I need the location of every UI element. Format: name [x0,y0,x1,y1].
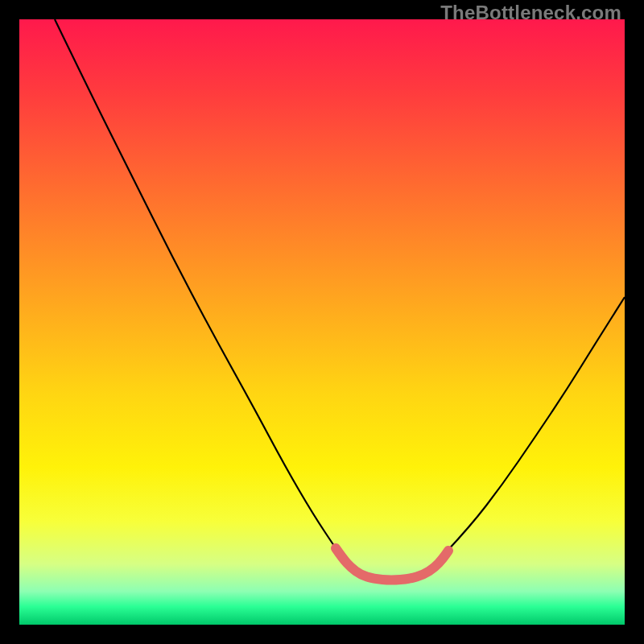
chart-frame [19,19,625,625]
gradient-background [19,19,625,625]
watermark-text: TheBottleneck.com [440,2,621,24]
bottleneck-chart [19,19,625,625]
